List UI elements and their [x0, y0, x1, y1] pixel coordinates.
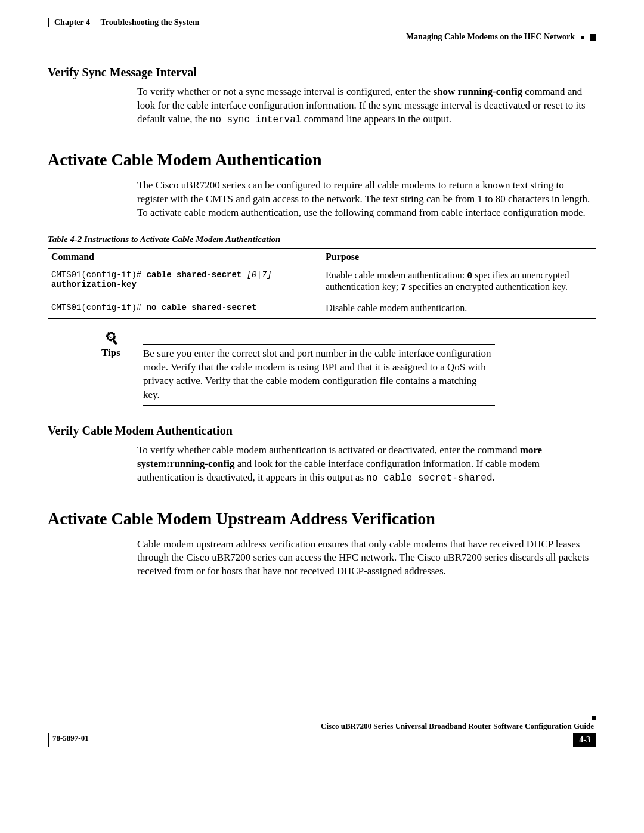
tips-block: 🔎︎ Tips Be sure you enter the correct sl… [101, 331, 495, 406]
document-page: Chapter 4 Troubleshooting the System Man… [0, 0, 644, 770]
para-activate-auth: The Cisco uBR7200 series can be configur… [137, 179, 596, 220]
para-activate-upstream: Cable modem upstream address verificatio… [137, 538, 596, 579]
table-row: CMTS01(config-if)# no cable shared-secre… [48, 298, 596, 319]
page-header: Chapter 4 Troubleshooting the System [48, 18, 596, 27]
heading-activate-auth: Activate Cable Modem Authentication [48, 150, 596, 169]
th-command: Command [48, 249, 322, 265]
para-verify-auth: To verify whether cable modem authentica… [137, 444, 596, 485]
cmd-cell: CMTS01(config-if)# cable shared-secret [… [48, 265, 322, 298]
command-table: Command Purpose CMTS01(config-if)# cable… [48, 248, 596, 319]
table-header-row: Command Purpose [48, 249, 596, 265]
decor-small-square-icon [581, 36, 584, 39]
cmd-cell: CMTS01(config-if)# no cable shared-secre… [48, 298, 322, 319]
tips-text: Be sure you enter the correct slot and p… [143, 347, 495, 402]
footer-rule [137, 720, 588, 720]
page-footer: Cisco uBR7200 Series Universal Broadband… [48, 716, 596, 747]
heading-verify-auth: Verify Cable Modem Authentication [48, 424, 596, 438]
footer-doc-number: 78-5897-01 [48, 733, 89, 747]
para-verify-sync: To verify whether or not a sync message … [137, 85, 596, 126]
cmd-show-running-config: show running-config [433, 86, 522, 97]
chapter-label: Chapter 4 [54, 18, 90, 27]
tips-divider [143, 405, 495, 406]
mono-no-sync-interval: no sync interval [210, 114, 302, 125]
chapter-line: Chapter 4 Troubleshooting the System [54, 18, 596, 27]
breadcrumb-text: Managing Cable Modems on the HFC Network [406, 32, 575, 41]
section-breadcrumb: Managing Cable Modems on the HFC Network [48, 32, 596, 42]
table-row: CMTS01(config-if)# cable shared-secret [… [48, 265, 596, 298]
th-purpose: Purpose [322, 249, 596, 265]
heading-activate-upstream: Activate Cable Modem Upstream Address Ve… [48, 509, 596, 528]
mono-no-cable-secret: no cable secret-shared [366, 473, 492, 484]
tips-divider [143, 344, 495, 345]
table-caption: Table 4-2 Instructions to Activate Cable… [48, 234, 596, 244]
decor-square-icon [592, 716, 596, 720]
purpose-cell: Disable cable modem authentication. [322, 298, 596, 319]
tips-label: Tips [101, 347, 143, 402]
footer-guide-title: Cisco uBR7200 Series Universal Broadband… [137, 721, 596, 731]
heading-verify-sync: Verify Sync Message Interval [48, 66, 596, 79]
decor-square-icon [590, 34, 596, 41]
chapter-title: Troubleshooting the System [101, 18, 200, 27]
footer-page-number: 4-3 [573, 733, 596, 747]
purpose-cell: Enable cable modem authentication: 0 spe… [322, 265, 596, 298]
magnifier-icon: 🔎︎ [103, 330, 122, 349]
